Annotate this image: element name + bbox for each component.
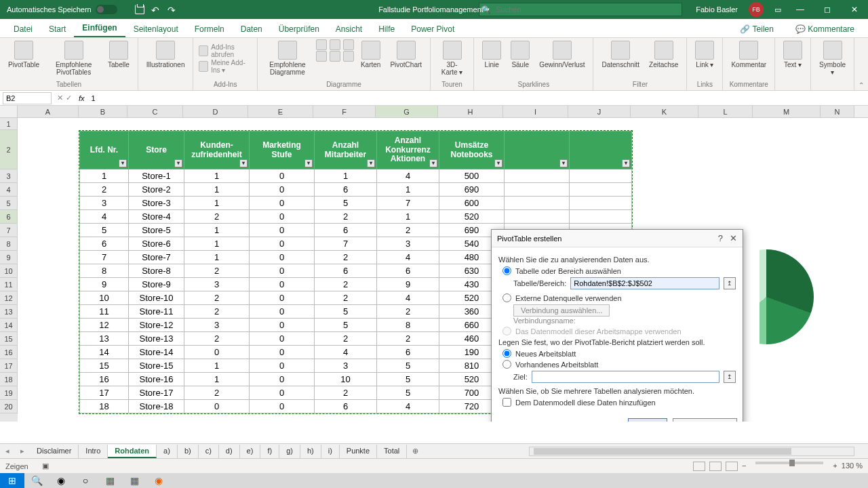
cell[interactable] — [570, 183, 632, 197]
pie-chart-icon[interactable] — [343, 39, 354, 50]
column-header[interactable]: ▾ — [505, 131, 570, 169]
filter-icon[interactable]: ▾ — [622, 159, 630, 167]
cell[interactable] — [505, 169, 570, 183]
save-icon[interactable] — [135, 5, 144, 14]
cell[interactable]: 2 — [184, 291, 250, 305]
cell[interactable]: 0 — [250, 169, 315, 183]
cell[interactable]: 18 — [80, 400, 129, 413]
cell[interactable]: Store-18 — [129, 400, 184, 413]
filter-icon[interactable]: ▾ — [119, 159, 127, 167]
taskbar-firefox-icon[interactable]: ◉ — [146, 473, 171, 488]
cell[interactable]: 0 — [184, 346, 250, 359]
cell[interactable]: 2 — [315, 291, 377, 305]
cell[interactable]: 10 — [80, 291, 129, 305]
row-header-18[interactable]: 18 — [0, 373, 18, 386]
cell[interactable]: 0 — [250, 224, 315, 237]
cell[interactable]: 10 — [315, 373, 377, 386]
row-header-4[interactable]: 4 — [0, 183, 18, 197]
col-header-D[interactable]: D — [183, 106, 248, 117]
add-sheet-icon[interactable]: ⊕ — [407, 445, 424, 458]
col-header-G[interactable]: G — [376, 106, 438, 117]
cell[interactable]: 520 — [439, 210, 505, 224]
row-header-7[interactable]: 7 — [0, 224, 18, 237]
combo-chart-icon[interactable] — [343, 51, 354, 62]
fx-icon[interactable]: fx — [75, 94, 89, 102]
row-header-13[interactable]: 13 — [0, 305, 18, 319]
row-header-8[interactable]: 8 — [0, 237, 18, 251]
avatar[interactable]: FB — [749, 2, 764, 17]
row-header-12[interactable]: 12 — [0, 291, 18, 305]
cell[interactable]: 1 — [184, 359, 250, 373]
cell[interactable]: 0 — [250, 264, 315, 278]
cell[interactable]: 2 — [184, 264, 250, 278]
radio-external-source[interactable]: Externe Datenquelle verwenden — [502, 293, 736, 302]
zoom-in-icon[interactable]: + — [833, 462, 837, 471]
cell[interactable]: 7 — [315, 237, 377, 251]
cell[interactable]: 3 — [315, 359, 377, 373]
cell[interactable]: 2 — [377, 305, 439, 319]
cell[interactable] — [570, 197, 632, 210]
autosave-toggle[interactable]: Automatisches Speichern — [7, 5, 117, 14]
tell-me-search[interactable] — [479, 3, 682, 16]
cancel-formula-icon[interactable]: ✕ — [57, 94, 63, 102]
cell[interactable]: 11 — [80, 305, 129, 319]
column-header[interactable]: AnzahlKonkurrenzAktionen▾ — [377, 131, 439, 169]
filter-icon[interactable]: ▾ — [429, 159, 437, 167]
col-header-C[interactable]: C — [127, 106, 183, 117]
cell[interactable] — [570, 210, 632, 224]
cell[interactable]: 1 — [80, 169, 129, 183]
ribbon-tab-start[interactable]: Start — [41, 21, 74, 37]
cell[interactable]: 17 — [80, 386, 129, 400]
ribbon-tab-überprüfen[interactable]: Überprüfen — [271, 21, 328, 37]
sheet-tab-total[interactable]: Total — [377, 445, 407, 458]
row-header-17[interactable]: 17 — [0, 359, 18, 373]
link-button[interactable]: Link ▾ — [692, 39, 717, 70]
start-button[interactable]: ⊞ — [0, 473, 24, 488]
bar-chart-icon[interactable] — [316, 39, 327, 50]
cell[interactable]: Store-2 — [129, 183, 184, 197]
cell[interactable]: 0 — [250, 400, 315, 413]
illustrations-button[interactable]: Illustrationen — [144, 39, 188, 70]
sheet-tab-punkte[interactable]: Punkte — [340, 445, 377, 458]
cell[interactable]: Store-6 — [129, 237, 184, 251]
page-layout-view-icon[interactable] — [709, 462, 722, 471]
row-header-19[interactable]: 19 — [0, 386, 18, 400]
row-header-16[interactable]: 16 — [0, 346, 18, 359]
sparkline-line-button[interactable]: Linie — [479, 39, 504, 70]
sheet-tab-d)[interactable]: d) — [219, 445, 240, 458]
ribbon-tab-power pivot[interactable]: Power Pivot — [403, 21, 462, 37]
range-input[interactable] — [570, 277, 719, 289]
cell[interactable]: 0 — [250, 359, 315, 373]
col-header-K[interactable]: K — [631, 106, 698, 117]
cell[interactable]: 2 — [184, 210, 250, 224]
filter-icon[interactable]: ▾ — [494, 159, 502, 167]
cell[interactable]: 690 — [439, 183, 505, 197]
row-header-2[interactable]: 2 — [0, 130, 18, 169]
row-header-1[interactable]: 1 — [0, 118, 18, 130]
cell[interactable]: 4 — [377, 251, 439, 264]
cell[interactable]: 5 — [377, 373, 439, 386]
sheet-tab-i)[interactable]: i) — [321, 445, 340, 458]
help-icon[interactable]: ? — [718, 233, 723, 243]
cell[interactable]: Store-17 — [129, 386, 184, 400]
col-header-N[interactable]: N — [821, 106, 854, 117]
cell[interactable]: 3 — [184, 278, 250, 291]
col-header-B[interactable]: B — [79, 106, 127, 117]
cell[interactable]: 0 — [250, 183, 315, 197]
row-header-3[interactable]: 3 — [0, 169, 18, 183]
col-header-M[interactable]: M — [753, 106, 821, 117]
cell[interactable]: 600 — [439, 197, 505, 210]
cell[interactable] — [505, 183, 570, 197]
area-chart-icon[interactable] — [316, 51, 327, 62]
sheet-tab-e)[interactable]: e) — [240, 445, 261, 458]
cell[interactable]: 2 — [315, 332, 377, 346]
column-header[interactable]: Store▾ — [129, 131, 184, 169]
column-header[interactable]: AnzahlMitarbeiter▾ — [315, 131, 377, 169]
user-name[interactable]: Fabio Basler — [696, 5, 738, 14]
undo-icon[interactable] — [151, 5, 161, 14]
sparkline-winloss-button[interactable]: Gewinn/Verlust — [536, 39, 587, 70]
cell[interactable]: 1 — [184, 224, 250, 237]
ribbon-tab-datei[interactable]: Datei — [5, 21, 41, 37]
cell[interactable]: 6 — [315, 400, 377, 413]
cell[interactable]: 0 — [250, 373, 315, 386]
